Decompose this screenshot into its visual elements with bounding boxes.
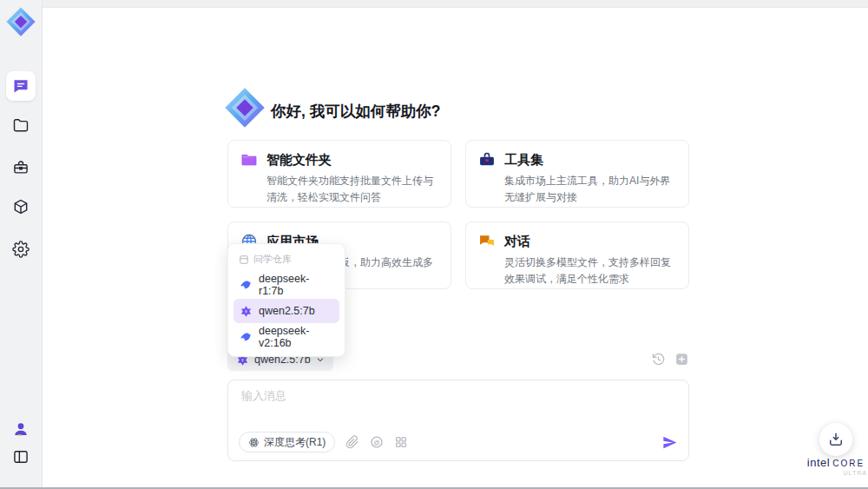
user-icon — [12, 420, 30, 438]
intel-core-badge: intel CORE ULTRA — [792, 456, 868, 476]
intel-logo-text: intel — [807, 456, 830, 469]
deep-think-toggle[interactable]: 深度思考(R1) — [239, 432, 335, 453]
send-icon[interactable] — [661, 434, 678, 451]
card-desc: 集成市场上主流工具，助力AI与外界无缝扩展与对接 — [504, 173, 676, 205]
deep-think-label: 深度思考(R1) — [264, 435, 326, 450]
model-option-qwen[interactable]: qwen2.5:7b — [233, 299, 339, 323]
new-chat-icon[interactable] — [674, 352, 689, 367]
card-desc: 灵活切换多模型文件，支持多样回复效果调试，满足个性化需求 — [504, 254, 676, 287]
grid-icon[interactable] — [394, 435, 408, 449]
card-title: 对话 — [504, 234, 530, 250]
card-dialog[interactable]: 对话 灵活切换多模型文件，支持多样回复效果调试，满足个性化需求 — [465, 221, 689, 289]
at-icon[interactable]: @ — [370, 435, 384, 449]
model-option-deepseek-v2[interactable]: deepseek-v2:16b — [233, 325, 339, 349]
briefcase-icon — [12, 159, 30, 176]
message-input[interactable] — [240, 388, 660, 403]
sidebar-item-folders[interactable] — [12, 116, 30, 134]
smart-folder-icon — [240, 151, 258, 169]
folder-icon — [12, 116, 30, 134]
model-option-label: qwen2.5:7b — [259, 305, 315, 317]
intel-core-text: CORE — [832, 459, 865, 468]
svg-text:@: @ — [374, 439, 380, 446]
model-option-label: deepseek-r1:7b — [259, 273, 333, 297]
model-option-label: deepseek-v2:16b — [259, 325, 333, 349]
toolset-icon — [478, 151, 496, 169]
composer-toolbar: 深度思考(R1) @ — [239, 432, 678, 453]
intel-ultra-text: ULTRA — [792, 470, 868, 476]
composer: 深度思考(R1) @ — [227, 380, 689, 461]
app-logo-icon — [4, 5, 37, 38]
qwen-icon — [240, 305, 253, 318]
atom-icon — [248, 437, 260, 448]
card-title: 工具集 — [504, 152, 543, 169]
gear-icon — [12, 241, 30, 258]
history-icon[interactable] — [651, 352, 666, 367]
card-desc: 智能文件夹功能支持批量文件上传与清洗，轻松实现文件问答 — [266, 173, 438, 205]
sidebar-item-settings[interactable] — [12, 241, 30, 258]
card-title: 智能文件夹 — [266, 152, 332, 169]
download-fab[interactable] — [819, 423, 852, 456]
sidebar — [0, 0, 43, 489]
sidebar-item-apps[interactable] — [12, 198, 30, 215]
sidebar-item-toolbox[interactable] — [12, 159, 30, 176]
cube-icon — [12, 198, 30, 215]
chat-bubble-icon — [12, 77, 30, 95]
greeting-title: 你好, 我可以如何帮助你? — [271, 99, 440, 123]
repo-icon — [239, 254, 249, 265]
download-icon — [827, 431, 845, 448]
sidebar-item-collapse[interactable] — [12, 448, 30, 466]
deepseek-icon — [240, 279, 253, 292]
model-dropdown-header: 问学仓库 — [233, 249, 339, 271]
greeting-logo-icon — [222, 85, 267, 130]
card-smart-folder[interactable]: 智能文件夹 智能文件夹功能支持批量文件上传与清洗，轻松实现文件问答 — [227, 140, 451, 208]
card-toolset[interactable]: 工具集 集成市场上主流工具，助力AI与外界无缝扩展与对接 — [465, 140, 689, 208]
panel-toggle-icon — [12, 448, 30, 466]
main-area: 你好, 我可以如何帮助你? 智能文件夹 智能文件夹功能支持批量文件上传与清洗，轻… — [43, 7, 868, 487]
model-option-deepseek-r1[interactable]: deepseek-r1:7b — [233, 273, 339, 297]
sidebar-item-chat[interactable] — [6, 71, 36, 101]
deepseek-icon — [240, 331, 253, 344]
paperclip-icon[interactable] — [345, 435, 359, 449]
sidebar-item-account[interactable] — [12, 420, 30, 438]
dialog-icon — [478, 233, 496, 250]
model-dropdown: 问学仓库 deepseek-r1:7b qwen2.5:7b deepseek-… — [227, 243, 345, 357]
